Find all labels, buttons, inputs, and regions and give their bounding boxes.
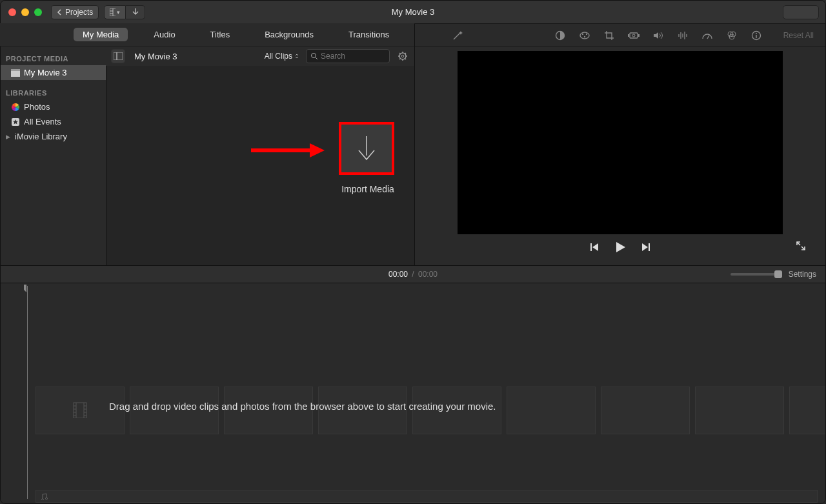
prev-frame-button[interactable] [589, 242, 599, 252]
audio-track[interactable] [35, 490, 818, 503]
next-frame-button[interactable] [641, 242, 651, 252]
import-arrow-icon [354, 134, 379, 163]
media-tabs: My Media Audio Titles Backgrounds Transi… [0, 23, 414, 46]
crop-button[interactable] [603, 29, 616, 42]
window-controls [1, 8, 42, 16]
svg-line-18 [405, 59, 407, 60]
media-browser[interactable]: Import Media [106, 47, 414, 265]
browser-settings-button[interactable] [396, 50, 409, 63]
tab-my-media[interactable]: My Media [74, 28, 128, 41]
import-media-label: Import Media [313, 184, 423, 194]
zoom-thumb[interactable] [774, 270, 782, 278]
sidebar-item-all-events[interactable]: All Events [1, 114, 106, 129]
timeline-settings-button[interactable]: Settings [789, 270, 816, 279]
svg-rect-30 [630, 33, 638, 38]
sidebar-item-project[interactable]: My Movie 3 [1, 65, 106, 80]
info-button[interactable] [750, 29, 763, 42]
clapperboard-icon [11, 68, 20, 77]
search-icon [310, 52, 318, 60]
clips-filter-dropdown[interactable]: All Clips [265, 52, 299, 61]
svg-point-9 [312, 54, 316, 58]
timeline[interactable]: Drag and drop video clips and photos fro… [1, 283, 825, 503]
annotation-arrow [248, 141, 326, 160]
svg-marker-54 [24, 285, 26, 294]
svg-rect-32 [628, 34, 629, 37]
svg-point-27 [581, 33, 583, 34]
sidebar-item-photos[interactable]: Photos [1, 99, 106, 114]
filters-button[interactable] [725, 29, 738, 42]
timecode: 00:00 / 00:00 [1, 270, 825, 279]
current-time: 00:00 [388, 270, 408, 279]
search-input[interactable] [321, 52, 379, 61]
tab-transitions[interactable]: Transitions [339, 28, 398, 41]
maximize-window[interactable] [34, 8, 42, 16]
adjust-toolbar: Reset All [415, 24, 825, 47]
svg-point-26 [580, 32, 589, 39]
svg-marker-48 [616, 242, 625, 252]
svg-point-29 [583, 35, 585, 37]
download-icon [132, 8, 139, 17]
playhead-icon[interactable] [24, 285, 26, 294]
photos-icon [11, 103, 20, 112]
svg-marker-47 [592, 243, 598, 251]
duration: 00:00 [418, 270, 438, 279]
view-mode-group: ▾ [104, 5, 145, 19]
fullscreen-button[interactable] [796, 241, 806, 251]
timeline-header: 00:00 / 00:00 Settings [1, 265, 825, 283]
svg-marker-5 [11, 69, 20, 71]
preview-viewer[interactable] [458, 51, 783, 234]
titlebar: Projects ▾ My Movie 3 [1, 1, 825, 24]
svg-rect-33 [638, 34, 640, 37]
tab-backgrounds[interactable]: Backgrounds [256, 28, 323, 41]
clip-placeholder [601, 387, 690, 434]
color-correction-button[interactable] [578, 29, 591, 42]
list-icon [114, 52, 123, 60]
back-projects-button[interactable]: Projects [51, 5, 99, 19]
updown-icon [294, 53, 299, 59]
list-view-toggle[interactable] [111, 49, 125, 63]
minimize-window[interactable] [21, 8, 29, 16]
sidebar-section-project-media: PROJECT MEDIA [1, 51, 106, 65]
share-button[interactable] [783, 5, 819, 19]
svg-rect-8 [117, 52, 123, 60]
volume-button[interactable] [652, 29, 665, 42]
clip-placeholder [695, 387, 784, 434]
playhead-line[interactable] [27, 286, 28, 499]
svg-line-39 [707, 35, 709, 39]
sidebar-allevents-label: All Events [24, 117, 61, 126]
search-field[interactable] [306, 49, 390, 63]
gear-icon [398, 51, 408, 61]
close-window[interactable] [8, 8, 16, 16]
wand-icon [452, 30, 463, 41]
timeline-hint: Drag and drop video clips and photos fro… [109, 401, 561, 412]
star-icon [11, 117, 20, 126]
filmstrip-icon [110, 8, 116, 16]
reset-all-button[interactable]: Reset All [783, 31, 814, 40]
zoom-slider[interactable] [730, 273, 781, 276]
import-media-button[interactable] [339, 122, 394, 175]
svg-rect-7 [114, 52, 117, 60]
tab-audio[interactable]: Audio [145, 28, 184, 41]
svg-rect-4 [11, 71, 20, 77]
play-button[interactable] [614, 241, 627, 254]
import-toolbar-button[interactable] [126, 5, 145, 19]
filmstrip-view-button[interactable]: ▾ [104, 5, 126, 19]
svg-point-28 [585, 33, 587, 34]
sidebar-photos-label: Photos [24, 102, 50, 112]
playback-controls [423, 234, 818, 260]
svg-marker-49 [642, 243, 648, 251]
sidebar-project-label: My Movie 3 [24, 68, 66, 77]
sidebar-section-libraries: LIBRARIES [1, 85, 106, 99]
stabilize-button[interactable] [627, 29, 640, 42]
svg-point-12 [401, 55, 404, 57]
sidebar-item-imovie-library[interactable]: ▶ iMovie Library [1, 129, 106, 144]
tab-titles[interactable]: Titles [201, 28, 239, 41]
auto-enhance-button[interactable] [451, 29, 464, 42]
svg-point-44 [756, 33, 757, 34]
color-balance-button[interactable] [554, 29, 567, 42]
noise-reduction-button[interactable] [676, 29, 689, 42]
svg-line-10 [316, 57, 317, 59]
sidebar-imovie-label: iMovie Library [15, 132, 67, 141]
disclosure-triangle-icon[interactable]: ▶ [6, 134, 11, 140]
speed-button[interactable] [701, 29, 714, 42]
